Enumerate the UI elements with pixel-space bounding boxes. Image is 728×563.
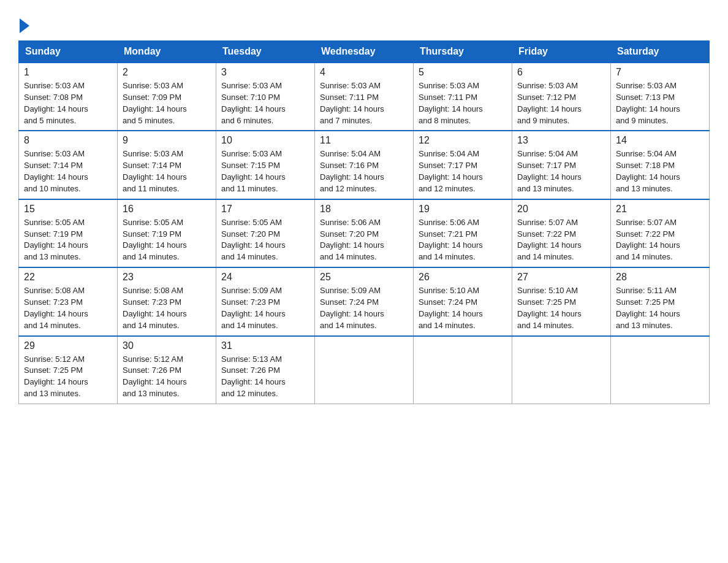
calendar-cell	[611, 336, 710, 404]
calendar-cell: 16 Sunrise: 5:05 AMSunset: 7:19 PMDaylig…	[118, 199, 216, 267]
days-header-row: SundayMondayTuesdayWednesdayThursdayFrid…	[19, 41, 710, 63]
day-info: Sunrise: 5:05 AMSunset: 7:19 PMDaylight:…	[24, 217, 112, 263]
day-number: 27	[517, 272, 605, 283]
week-row-1: 1 Sunrise: 5:03 AMSunset: 7:08 PMDayligh…	[19, 63, 710, 131]
day-number: 19	[419, 204, 507, 215]
calendar-cell: 24 Sunrise: 5:09 AMSunset: 7:23 PMDaylig…	[216, 267, 315, 335]
calendar-cell: 10 Sunrise: 5:03 AMSunset: 7:15 PMDaylig…	[216, 131, 315, 199]
day-number: 18	[320, 204, 408, 215]
day-number: 28	[616, 272, 704, 283]
calendar-cell: 14 Sunrise: 5:04 AMSunset: 7:18 PMDaylig…	[611, 131, 710, 199]
calendar-cell: 3 Sunrise: 5:03 AMSunset: 7:10 PMDayligh…	[216, 63, 315, 131]
calendar-cell: 9 Sunrise: 5:03 AMSunset: 7:14 PMDayligh…	[118, 131, 216, 199]
calendar-cell: 7 Sunrise: 5:03 AMSunset: 7:13 PMDayligh…	[611, 63, 710, 131]
day-number: 20	[517, 204, 605, 215]
day-number: 17	[221, 204, 309, 215]
day-info: Sunrise: 5:09 AMSunset: 7:24 PMDaylight:…	[320, 285, 408, 331]
day-number: 21	[616, 204, 704, 215]
calendar-cell: 4 Sunrise: 5:03 AMSunset: 7:11 PMDayligh…	[315, 63, 414, 131]
day-info: Sunrise: 5:03 AMSunset: 7:08 PMDaylight:…	[24, 80, 112, 126]
week-row-5: 29 Sunrise: 5:12 AMSunset: 7:25 PMDaylig…	[19, 336, 710, 404]
day-number: 31	[221, 340, 309, 351]
day-info: Sunrise: 5:04 AMSunset: 7:16 PMDaylight:…	[320, 148, 408, 194]
day-number: 5	[419, 67, 507, 78]
day-header-saturday: Saturday	[611, 41, 710, 63]
calendar-cell: 15 Sunrise: 5:05 AMSunset: 7:19 PMDaylig…	[19, 199, 118, 267]
day-header-wednesday: Wednesday	[315, 41, 414, 63]
calendar-cell: 31 Sunrise: 5:13 AMSunset: 7:26 PMDaylig…	[216, 336, 315, 404]
calendar-cell: 11 Sunrise: 5:04 AMSunset: 7:16 PMDaylig…	[315, 131, 414, 199]
week-row-3: 15 Sunrise: 5:05 AMSunset: 7:19 PMDaylig…	[19, 199, 710, 267]
week-row-4: 22 Sunrise: 5:08 AMSunset: 7:23 PMDaylig…	[19, 267, 710, 335]
day-info: Sunrise: 5:12 AMSunset: 7:26 PMDaylight:…	[123, 354, 211, 400]
day-number: 14	[616, 135, 704, 146]
day-info: Sunrise: 5:10 AMSunset: 7:25 PMDaylight:…	[517, 285, 605, 331]
day-number: 9	[123, 135, 211, 146]
day-info: Sunrise: 5:08 AMSunset: 7:23 PMDaylight:…	[123, 285, 211, 331]
day-info: Sunrise: 5:03 AMSunset: 7:12 PMDaylight:…	[517, 80, 605, 126]
calendar-cell: 26 Sunrise: 5:10 AMSunset: 7:24 PMDaylig…	[414, 267, 512, 335]
calendar-cell: 20 Sunrise: 5:07 AMSunset: 7:22 PMDaylig…	[512, 199, 611, 267]
day-info: Sunrise: 5:03 AMSunset: 7:11 PMDaylight:…	[419, 80, 507, 126]
logo-arrow-icon	[20, 18, 29, 33]
calendar-cell: 21 Sunrise: 5:07 AMSunset: 7:22 PMDaylig…	[611, 199, 710, 267]
logo	[18, 18, 29, 34]
day-header-monday: Monday	[118, 41, 216, 63]
day-info: Sunrise: 5:07 AMSunset: 7:22 PMDaylight:…	[616, 217, 704, 263]
day-header-sunday: Sunday	[19, 41, 118, 63]
day-info: Sunrise: 5:03 AMSunset: 7:09 PMDaylight:…	[123, 80, 211, 126]
day-number: 11	[320, 135, 408, 146]
day-info: Sunrise: 5:08 AMSunset: 7:23 PMDaylight:…	[24, 285, 112, 331]
calendar-cell: 30 Sunrise: 5:12 AMSunset: 7:26 PMDaylig…	[118, 336, 216, 404]
day-number: 24	[221, 272, 309, 283]
calendar-cell: 13 Sunrise: 5:04 AMSunset: 7:17 PMDaylig…	[512, 131, 611, 199]
day-number: 23	[123, 272, 211, 283]
day-info: Sunrise: 5:10 AMSunset: 7:24 PMDaylight:…	[419, 285, 507, 331]
calendar-cell: 2 Sunrise: 5:03 AMSunset: 7:09 PMDayligh…	[118, 63, 216, 131]
day-info: Sunrise: 5:07 AMSunset: 7:22 PMDaylight:…	[517, 217, 605, 263]
day-info: Sunrise: 5:04 AMSunset: 7:17 PMDaylight:…	[517, 148, 605, 194]
day-info: Sunrise: 5:05 AMSunset: 7:20 PMDaylight:…	[221, 217, 309, 263]
day-number: 3	[221, 67, 309, 78]
day-number: 7	[616, 67, 704, 78]
day-number: 10	[221, 135, 309, 146]
day-number: 29	[24, 340, 112, 351]
day-info: Sunrise: 5:09 AMSunset: 7:23 PMDaylight:…	[221, 285, 309, 331]
calendar-cell: 17 Sunrise: 5:05 AMSunset: 7:20 PMDaylig…	[216, 199, 315, 267]
calendar-cell: 29 Sunrise: 5:12 AMSunset: 7:25 PMDaylig…	[19, 336, 118, 404]
header	[18, 12, 710, 34]
day-info: Sunrise: 5:04 AMSunset: 7:18 PMDaylight:…	[616, 148, 704, 194]
day-number: 13	[517, 135, 605, 146]
day-header-tuesday: Tuesday	[216, 41, 315, 63]
day-number: 2	[123, 67, 211, 78]
week-row-2: 8 Sunrise: 5:03 AMSunset: 7:14 PMDayligh…	[19, 131, 710, 199]
day-info: Sunrise: 5:03 AMSunset: 7:13 PMDaylight:…	[616, 80, 704, 126]
day-number: 1	[24, 67, 112, 78]
day-number: 30	[123, 340, 211, 351]
calendar-cell: 12 Sunrise: 5:04 AMSunset: 7:17 PMDaylig…	[414, 131, 512, 199]
day-info: Sunrise: 5:05 AMSunset: 7:19 PMDaylight:…	[123, 217, 211, 263]
day-info: Sunrise: 5:06 AMSunset: 7:20 PMDaylight:…	[320, 217, 408, 263]
day-header-thursday: Thursday	[414, 41, 512, 63]
day-number: 25	[320, 272, 408, 283]
day-info: Sunrise: 5:03 AMSunset: 7:14 PMDaylight:…	[24, 148, 112, 194]
calendar-cell: 5 Sunrise: 5:03 AMSunset: 7:11 PMDayligh…	[414, 63, 512, 131]
day-info: Sunrise: 5:03 AMSunset: 7:10 PMDaylight:…	[221, 80, 309, 126]
calendar-cell: 27 Sunrise: 5:10 AMSunset: 7:25 PMDaylig…	[512, 267, 611, 335]
day-number: 16	[123, 204, 211, 215]
logo-block	[18, 18, 29, 34]
day-info: Sunrise: 5:03 AMSunset: 7:11 PMDaylight:…	[320, 80, 408, 126]
day-number: 12	[419, 135, 507, 146]
logo-line1	[18, 18, 29, 34]
day-info: Sunrise: 5:06 AMSunset: 7:21 PMDaylight:…	[419, 217, 507, 263]
calendar-cell	[315, 336, 414, 404]
calendar-cell: 19 Sunrise: 5:06 AMSunset: 7:21 PMDaylig…	[414, 199, 512, 267]
calendar: SundayMondayTuesdayWednesdayThursdayFrid…	[18, 40, 710, 404]
calendar-cell: 1 Sunrise: 5:03 AMSunset: 7:08 PMDayligh…	[19, 63, 118, 131]
calendar-cell: 6 Sunrise: 5:03 AMSunset: 7:12 PMDayligh…	[512, 63, 611, 131]
calendar-cell: 23 Sunrise: 5:08 AMSunset: 7:23 PMDaylig…	[118, 267, 216, 335]
day-info: Sunrise: 5:03 AMSunset: 7:14 PMDaylight:…	[123, 148, 211, 194]
calendar-cell: 22 Sunrise: 5:08 AMSunset: 7:23 PMDaylig…	[19, 267, 118, 335]
calendar-cell: 28 Sunrise: 5:11 AMSunset: 7:25 PMDaylig…	[611, 267, 710, 335]
day-info: Sunrise: 5:13 AMSunset: 7:26 PMDaylight:…	[221, 354, 309, 400]
